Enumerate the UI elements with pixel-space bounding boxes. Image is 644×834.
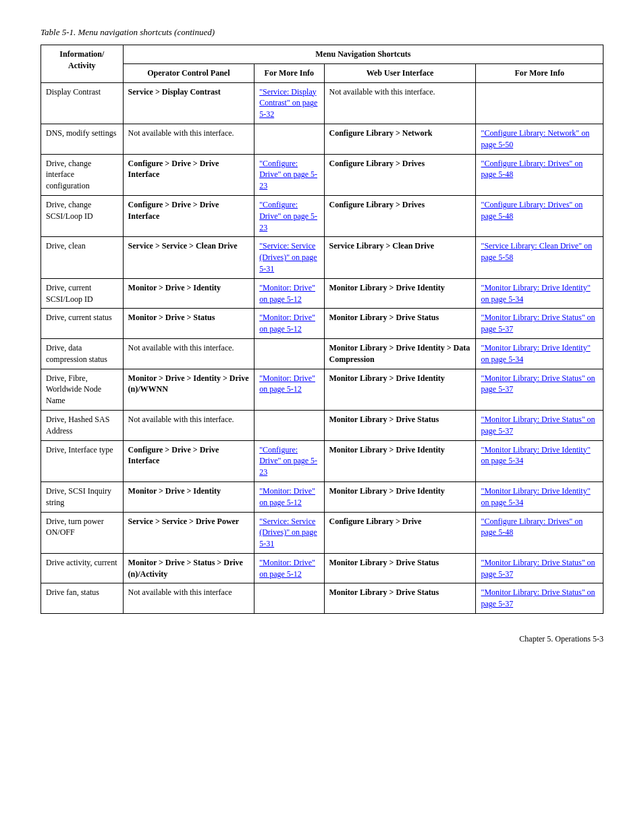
cell-fmi1 xyxy=(254,583,324,614)
cell-ocp: Monitor > Drive > Identity xyxy=(123,278,254,309)
cell-wui: Monitor Library > Drive Identity > Data … xyxy=(324,338,476,369)
table-row: Drive fan, statusNot available with this… xyxy=(41,583,603,614)
cell-fmi1[interactable]: "Configure: Drive" on page 5-23 xyxy=(254,440,324,481)
table-row: Drive, Interface typeConfigure > Drive >… xyxy=(41,440,603,481)
cell-fmi1[interactable]: "Configure: Drive" on page 5-23 xyxy=(254,154,324,195)
cell-activity: Drive, change interface configuration xyxy=(41,154,124,195)
cell-fmi1[interactable]: "Service: Service (Drives)" on page 5-31 xyxy=(254,512,324,553)
footer: Chapter 5. Operations 5-3 xyxy=(41,634,603,644)
cell-wui: Monitor Library > Drive Status xyxy=(324,553,476,583)
cell-activity: Drive, current SCSI/Loop ID xyxy=(41,278,124,309)
cell-fmi2[interactable]: "Configure Library: Drives" on page 5-48 xyxy=(476,154,603,195)
cell-activity: Drive, Interface type xyxy=(41,440,124,481)
cell-fmi2[interactable]: "Monitor Library: Drive Identity" on pag… xyxy=(476,481,603,512)
cell-fmi2[interactable]: "Monitor Library: Drive Status" on page … xyxy=(476,369,603,410)
cell-ocp: Monitor > Drive > Identity > Drive (n)/W… xyxy=(123,369,254,410)
cell-fmi1 xyxy=(254,338,324,369)
cell-fmi1[interactable]: "Monitor: Drive" on page 5-12 xyxy=(254,369,324,410)
cell-fmi2[interactable]: "Monitor Library: Drive Identity" on pag… xyxy=(476,440,603,481)
cell-fmi1[interactable]: "Monitor: Drive" on page 5-12 xyxy=(254,309,324,339)
cell-ocp: Monitor > Drive > Status xyxy=(123,309,254,339)
cell-wui: Configure Library > Drives xyxy=(324,195,476,236)
cell-activity: Drive, Fibre, Worldwide Node Name xyxy=(41,369,124,410)
cell-activity: Drive activity, current xyxy=(41,553,124,583)
cell-wui: Configure Library > Drive xyxy=(324,512,476,553)
cell-ocp: Monitor > Drive > Identity xyxy=(123,481,254,512)
cell-activity: Drive, SCSI Inquiry string xyxy=(41,481,124,512)
navigation-table: Information/Activity Menu Navigation Sho… xyxy=(41,45,603,614)
cell-wui: Monitor Library > Drive Identity xyxy=(324,369,476,410)
cell-ocp: Not available with this interface. xyxy=(123,338,254,369)
table-row: Drive, cleanService > Service > Clean Dr… xyxy=(41,237,603,278)
table-row: DNS, modify settingsNot available with t… xyxy=(41,124,603,154)
cell-ocp: Monitor > Drive > Status > Drive (n)/Act… xyxy=(123,553,254,583)
col-header-wui: Web User Interface xyxy=(324,63,476,82)
cell-ocp: Configure > Drive > Drive Interface xyxy=(123,440,254,481)
cell-fmi1[interactable]: "Service: Display Contrast" on page 5-32 xyxy=(254,82,324,124)
cell-activity: Drive, current status xyxy=(41,309,124,339)
cell-wui: Configure Library > Drives xyxy=(324,154,476,195)
cell-activity: Drive, clean xyxy=(41,237,124,278)
cell-fmi2[interactable]: "Configure Library: Drives" on page 5-48 xyxy=(476,512,603,553)
cell-fmi2 xyxy=(476,82,603,124)
table-row: Drive, change interface configurationCon… xyxy=(41,154,603,195)
cell-wui: Configure Library > Network xyxy=(324,124,476,154)
cell-ocp: Service > Service > Clean Drive xyxy=(123,237,254,278)
col-header-fmi1: For More Info xyxy=(254,63,324,82)
cell-fmi1 xyxy=(254,410,324,440)
table-row: Drive, data compression statusNot availa… xyxy=(41,338,603,369)
table-row: Drive, current statusMonitor > Drive > S… xyxy=(41,309,603,339)
cell-fmi1[interactable]: "Configure: Drive" on page 5-23 xyxy=(254,195,324,236)
cell-fmi2[interactable]: "Monitor Library: Drive Status" on page … xyxy=(476,309,603,339)
cell-fmi2[interactable]: "Monitor Library: Drive Status" on page … xyxy=(476,553,603,583)
cell-fmi1[interactable]: "Monitor: Drive" on page 5-12 xyxy=(254,553,324,583)
table-row: Drive, turn power ON/OFFService > Servic… xyxy=(41,512,603,553)
cell-ocp: Service > Display Contrast xyxy=(123,82,254,124)
cell-activity: Drive fan, status xyxy=(41,583,124,614)
table-row: Drive, Fibre, Worldwide Node NameMonitor… xyxy=(41,369,603,410)
cell-ocp: Configure > Drive > Drive Interface xyxy=(123,195,254,236)
col-header-menu-nav: Menu Navigation Shortcuts xyxy=(123,45,603,64)
table-row: Drive activity, currentMonitor > Drive >… xyxy=(41,553,603,583)
cell-activity: Display Contrast xyxy=(41,82,124,124)
cell-fmi2[interactable]: "Monitor Library: Drive Identity" on pag… xyxy=(476,278,603,309)
cell-fmi2[interactable]: "Configure Library: Network" on page 5-5… xyxy=(476,124,603,154)
cell-activity: Drive, data compression status xyxy=(41,338,124,369)
cell-fmi2[interactable]: "Monitor Library: Drive Identity" on pag… xyxy=(476,338,603,369)
cell-ocp: Not available with this interface. xyxy=(123,124,254,154)
cell-fmi2[interactable]: "Monitor Library: Drive Status" on page … xyxy=(476,410,603,440)
cell-ocp: Configure > Drive > Drive Interface xyxy=(123,154,254,195)
cell-activity: Drive, turn power ON/OFF xyxy=(41,512,124,553)
cell-fmi1[interactable]: "Monitor: Drive" on page 5-12 xyxy=(254,278,324,309)
cell-wui: Not available with this interface. xyxy=(324,82,476,124)
table-caption: Table 5-1. Menu navigation shortcuts (co… xyxy=(41,27,603,38)
col-header-ocp: Operator Control Panel xyxy=(123,63,254,82)
table-row: Drive, Hashed SAS AddressNot available w… xyxy=(41,410,603,440)
cell-wui: Monitor Library > Drive Status xyxy=(324,309,476,339)
cell-ocp: Not available with this interface. xyxy=(123,410,254,440)
table-row: Drive, current SCSI/Loop IDMonitor > Dri… xyxy=(41,278,603,309)
cell-fmi1 xyxy=(254,124,324,154)
cell-ocp: Not available with this interface xyxy=(123,583,254,614)
cell-activity: Drive, change SCSI/Loop ID xyxy=(41,195,124,236)
cell-wui: Monitor Library > Drive Identity xyxy=(324,440,476,481)
col-header-activity: Information/Activity xyxy=(41,45,124,83)
cell-activity: Drive, Hashed SAS Address xyxy=(41,410,124,440)
cell-fmi2[interactable]: "Service Library: Clean Drive" on page 5… xyxy=(476,237,603,278)
cell-wui: Monitor Library > Drive Identity xyxy=(324,278,476,309)
cell-fmi1[interactable]: "Monitor: Drive" on page 5-12 xyxy=(254,481,324,512)
cell-fmi2[interactable]: "Configure Library: Drives" on page 5-48 xyxy=(476,195,603,236)
cell-activity: DNS, modify settings xyxy=(41,124,124,154)
cell-wui: Monitor Library > Drive Status xyxy=(324,410,476,440)
cell-wui: Monitor Library > Drive Identity xyxy=(324,481,476,512)
cell-wui: Monitor Library > Drive Status xyxy=(324,583,476,614)
table-row: Display ContrastService > Display Contra… xyxy=(41,82,603,124)
table-row: Drive, SCSI Inquiry stringMonitor > Driv… xyxy=(41,481,603,512)
cell-wui: Service Library > Clean Drive xyxy=(324,237,476,278)
cell-fmi1[interactable]: "Service: Service (Drives)" on page 5-31 xyxy=(254,237,324,278)
table-row: Drive, change SCSI/Loop IDConfigure > Dr… xyxy=(41,195,603,236)
cell-fmi2[interactable]: "Monitor Library: Drive Status" on page … xyxy=(476,583,603,614)
cell-ocp: Service > Service > Drive Power xyxy=(123,512,254,553)
col-header-fmi2: For More Info xyxy=(476,63,603,82)
